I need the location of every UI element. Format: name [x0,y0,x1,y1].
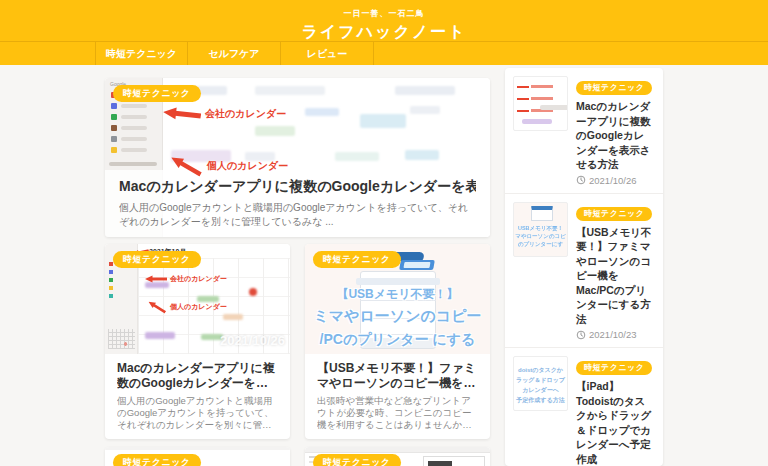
post-title[interactable]: 【USBメモリ不要！】ファミマやローソンのコピー機をMac/PCのプリンターにす… [576,225,655,327]
sidebar-post-item-todoist[interactable]: doistのタスクか ラッグ＆ドロップ カレンダーへ 予定作成する方法 時短テク… [505,348,663,466]
post-date: 2021/10/26 [576,175,655,186]
post-title[interactable]: Macのカレンダーアプリに複数のGoogleカレンダーを表示させる方法 [576,99,655,172]
post-title[interactable]: Macのカレンダーアプリに複数のGoogleカレンダーを表示... [119,178,476,196]
site-title-link[interactable]: ライフハックノート [0,22,768,43]
event-block-mock [255,86,325,95]
sidebar-post-text: 時短テクニック 【USBメモリ不要！】ファミマやローソンのコピー機をMac/PC… [576,202,655,341]
event-dot-mock [249,288,257,296]
event-block-mock [360,114,406,128]
calendar-color-squares [109,262,113,266]
post-excerpt: 個人用のGoogleアカウントと職場用のGoogleアカウントを持っていて、それ… [117,395,278,431]
post-excerpt: 個人用のGoogleアカウントと職場用のGoogleアカウントを持っていて、それ… [119,201,476,229]
thumbnail-text: doistのタスクか ラッグ＆ドロップ カレンダーへ 予定作成する方法 [514,365,567,405]
red-arrow-icon [145,274,167,284]
category-badge[interactable]: 時短テクニック [113,251,201,268]
annotation-label: 個人のカレンダー [207,159,288,173]
post-body: Macのカレンダーアプリに複数のGoogleカレンダーを表示... 個人用のGo… [105,354,290,439]
post-grid-row: 2021年10月 会社のカレンダー 個人のカレンダー [105,244,490,439]
account-name-bar [109,162,157,166]
clock-icon [576,330,586,340]
thumb-line: ラッグ＆ドロップ [514,375,567,385]
main-nav: 時短テクニック セルフケア レビュー [95,42,374,65]
nav-item-self-care[interactable]: セルフケア [188,42,281,65]
annotation-label: 会社のカレンダー [205,107,286,121]
thumb-line: のプリンターにす [513,240,568,248]
browser-bar-mock [305,447,490,453]
post-excerpt: 出張時や営業中など急なプリントアウトが必要な時、コンビニのコピー機を利用すること… [317,395,478,431]
clock-icon [576,175,586,185]
event-block-mock [305,108,339,116]
copier-tray-mock [356,278,440,285]
sidebar-post-item-usb-copier[interactable]: USBメモリ不要！ マやローソンのコピ のプリンターにす 時短テクニック 【US… [505,194,663,349]
category-badge[interactable]: 時短テクニック [313,454,401,466]
post-card-partial-right[interactable]: 時短テクニック [305,447,490,466]
sidebar-post-text: 時短テクニック 【iPad】Todoistのタスクからドラッグ＆ドロップでカレン… [576,356,655,466]
thumbnail-text: USBメモリ不要！ マやローソンのコピ のプリンターにす [513,224,568,249]
post-image-browser-screenshot[interactable]: 時短テクニック [305,447,490,466]
copier-panel-mock [399,260,435,270]
post-title[interactable]: 【iPad】Todoistのタスクからドラッグ＆ドロップでカレンダーへ予定作成 [576,379,655,466]
annotation-personal-calendar: 個人のカレンダー [169,158,288,174]
overlay-line: 【USBメモリ不要！】 [305,286,490,303]
thumb-line: doistのタスクか [514,365,567,375]
post-image-month-calendar[interactable]: 2021年10月 会社のカレンダー 個人のカレンダー [105,244,290,354]
post-card-partial-left[interactable]: 時短テクニック [105,447,290,466]
category-badge[interactable]: 時短テクニック [313,251,401,268]
post-image-partial[interactable]: 時短テクニック [105,447,290,466]
event-block-mock [255,126,295,136]
main-column: Google 会社のカレンダー [105,78,490,466]
featured-post-text: Macのカレンダーアプリに複数のGoogleカレンダーを表示... 個人用のGo… [105,170,490,237]
site-tagline: 一日一善、一石二鳥 [0,0,768,19]
red-arrow-icon [162,104,201,124]
category-badge[interactable]: 時短テクニック [576,361,652,375]
event-pill-mock [223,314,243,320]
event-pill-mock [145,332,175,339]
page-thumbnail-mock [423,456,485,466]
date-text: 2021/10/23 [589,329,637,340]
image-overlay-text: 【USBメモリ不要！】 ミマやローソンのコピー /PCのプリンター にする [305,286,490,349]
red-annotation-bars-mock [531,85,553,88]
nav-item-review[interactable]: レビュー [281,42,374,65]
category-badge[interactable]: 時短テクニック [576,207,652,221]
post-thumbnail-calendar[interactable] [513,76,568,131]
event-block-mock [335,152,379,161]
event-block-mock [410,106,440,114]
featured-post-card[interactable]: Google 会社のカレンダー [105,78,490,237]
annotation-label: 会社のカレンダー [170,274,227,284]
post-thumbnail-copier[interactable]: USBメモリ不要！ マやローソンのコピ のプリンターにす [513,202,568,257]
post-thumbnail-todoist[interactable]: doistのタスクか ラッグ＆ドロップ カレンダーへ 予定作成する方法 [513,356,568,411]
annotation-personal-calendar: 個人のカレンダー [147,302,227,312]
nav-item-time-saving[interactable]: 時短テクニック [95,42,188,65]
post-date: 2021/10/23 [576,329,655,340]
sidebar-post-item-mac-calendar[interactable]: 時短テクニック Macのカレンダーアプリに複数のGoogleカレンダーを表示させ… [505,68,663,194]
main-nav-bar: 時短テクニック セルフケア レビュー [0,41,768,65]
post-card-usb-copier[interactable]: 【USBメモリ不要！】 ミマやローソンのコピー /PCのプリンター にする 時短… [305,244,490,439]
copier-mini-mock [531,206,553,221]
thumb-line: USBメモリ不要！ [513,224,568,232]
page: 一日一善、一石二鳥 ライフハックノート 時短テクニック セルフケア レビュー G… [0,0,768,466]
event-block-mock [405,150,439,160]
date-text: 2021/10/26 [589,175,637,186]
mini-month-mock [108,329,135,349]
post-card-mac-calendar[interactable]: 2021年10月 会社のカレンダー 個人のカレンダー [105,244,290,439]
post-title[interactable]: Macのカレンダーアプリに複数のGoogleカレンダーを表示... [117,361,278,391]
category-badge[interactable]: 時短テクニック [113,454,201,466]
thumb-line: カレンダーへ [514,385,567,395]
sidebar-recent-posts: 時短テクニック Macのカレンダーアプリに複数のGoogleカレンダーを表示させ… [505,68,663,466]
post-image-copier[interactable]: 【USBメモリ不要！】 ミマやローソンのコピー /PCのプリンター にする 時短… [305,244,490,354]
sidebar-post-text: 時短テクニック Macのカレンダーアプリに複数のGoogleカレンダーを表示させ… [576,76,655,186]
image-date-overlay: 2021/10/26 [220,333,285,348]
event-pill-mock [522,119,552,124]
thumb-line: 予定作成する方法 [514,395,567,405]
annotation-label: 個人のカレンダー [170,302,227,312]
event-block-mock [395,86,455,95]
thumb-line: マやローソンのコピ [513,232,568,240]
annotation-company-calendar: 会社のカレンダー [145,274,227,284]
post-grid-row-partial: 時短テクニック 時短テクニック [105,447,490,466]
overlay-line: ミマやローソンのコピー [305,307,490,326]
red-arrow-marks-mock [517,86,529,88]
category-badge[interactable]: 時短テクニック [576,81,652,95]
category-badge[interactable]: 時短テクニック [113,85,201,102]
post-title[interactable]: 【USBメモリ不要！】ファミマやローソンのコピー機をMac/... [317,361,478,391]
annotation-company-calendar: 会社のカレンダー [163,106,286,122]
